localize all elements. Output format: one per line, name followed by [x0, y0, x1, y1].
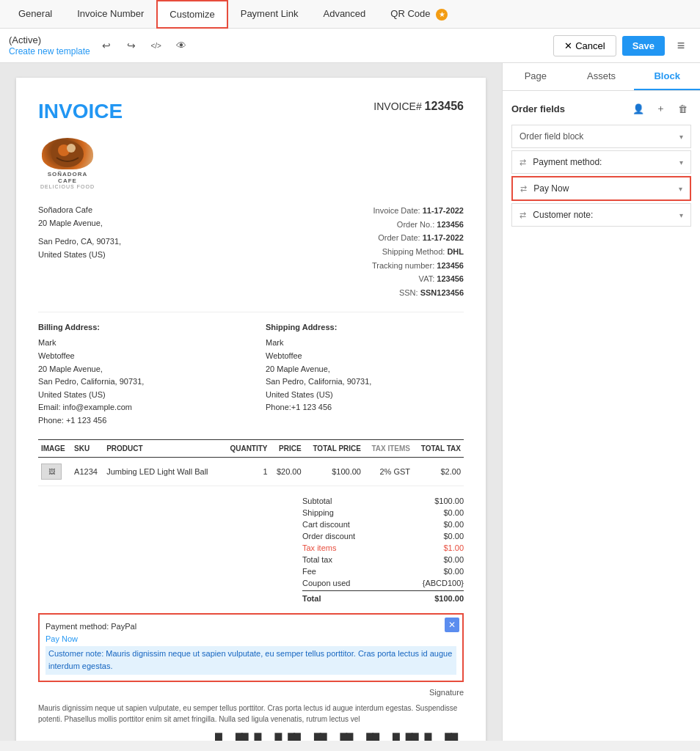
- customer-note: Customer note: Mauris dignissim neque ut…: [45, 646, 456, 675]
- col-total-price: TOTAL PRICE: [305, 439, 364, 457]
- hamburger-button[interactable]: ≡: [671, 35, 691, 56]
- logo-placeholder: SOÑADORA CAFE DELICIOUS FOOD: [38, 138, 97, 189]
- customer-note-field: ⇄ Customer note: ▾: [511, 203, 691, 227]
- info-section: Soñadora Cafe 20 Maple Avenue, San Pedro…: [38, 204, 464, 300]
- panel-action-icons: 👤 ＋ 🗑: [630, 100, 691, 117]
- preview-button[interactable]: 👁: [171, 35, 192, 56]
- tab-customize[interactable]: Customize: [156, 0, 227, 29]
- total-order-discount: Order discount $0.00: [302, 530, 464, 542]
- panel-content: Order fields 👤 ＋ 🗑 Order field block ▾ ⇄: [503, 91, 700, 238]
- barcode: ▌▐▌▌▐▐▌▐▌▐▌▐▌▐▐▌▌▐▌: [38, 733, 464, 741]
- table-row: 🖼 A1234 Jumbing LED Light Wall Ball 1 $2…: [38, 457, 464, 486]
- total-total-tax: Total tax $0.00: [302, 554, 464, 565]
- tab-payment-link[interactable]: Payment Link: [228, 0, 311, 29]
- pay-now-link[interactable]: Pay Now: [45, 634, 78, 643]
- tab-qr-code[interactable]: QR Code ★: [378, 0, 460, 29]
- totals-section: Subtotal $100.00 Shipping $0.00 Cart dis…: [38, 495, 464, 604]
- chevron-down-icon: ▾: [679, 158, 683, 166]
- active-status: (Active): [9, 34, 41, 45]
- invoice-number: INVOICE# 123456: [373, 100, 464, 113]
- field-icon: ⇄: [519, 210, 526, 219]
- invoice-area: INVOICE INVOICE# 123456: [0, 63, 502, 741]
- invoice-title: INVOICE: [38, 100, 123, 123]
- pay-now-item[interactable]: ⇄ Pay Now ▾: [511, 176, 691, 201]
- cell-total-price: $100.00: [305, 457, 364, 486]
- col-sku: SKU: [71, 439, 103, 457]
- billing-address: Billing Address: Mark Webtoffee 20 Maple…: [38, 321, 236, 428]
- undo-button[interactable]: ↩: [96, 35, 117, 56]
- panel-tabs: Page Assets Block: [503, 63, 700, 91]
- cell-tax-items: 2% GST: [364, 457, 413, 486]
- order-field-block-header[interactable]: Order field block ▾: [511, 125, 691, 148]
- col-total-tax: TOTAL TAX: [413, 439, 464, 457]
- total-fee: Fee $0.00: [302, 565, 464, 577]
- tab-invoice-number[interactable]: Invoice Number: [65, 0, 156, 29]
- col-image: IMAGE: [38, 439, 71, 457]
- toolbar-left: (Active) Create new template ↩ ↪ </> 👁: [9, 34, 547, 56]
- panel-section-header: Order fields 👤 ＋ 🗑: [511, 100, 691, 117]
- chevron-down-icon: ▾: [679, 211, 683, 219]
- right-panel: Page Assets Block Order fields 👤 ＋ 🗑 Ord…: [502, 63, 700, 741]
- address-section: Billing Address: Mark Webtoffee 20 Maple…: [38, 312, 464, 428]
- signature-line: Signature: [38, 688, 464, 697]
- totals-table: Subtotal $100.00 Shipping $0.00 Cart dis…: [302, 495, 464, 604]
- html-button[interactable]: </>: [146, 35, 167, 56]
- payment-block-close[interactable]: ✕: [445, 618, 459, 632]
- payment-method-line: Payment method: PayPal: [45, 620, 456, 634]
- barcode-image: ▌▐▌▌▐▐▌▐▌▐▌▐▌▐▐▌▌▐▌: [215, 733, 464, 741]
- add-field-button[interactable]: ＋: [652, 100, 669, 117]
- cell-total-tax: $2.00: [413, 457, 464, 486]
- qr-badge: ★: [436, 9, 448, 21]
- main-layout: INVOICE INVOICE# 123456: [0, 63, 700, 741]
- invoice-paper: INVOICE INVOICE# 123456: [16, 78, 486, 741]
- footer-text: Mauris dignissim neque ut sapien vulputa…: [38, 703, 464, 725]
- order-field-block-group: Order field block ▾: [511, 125, 691, 148]
- logo-section: SOÑADORA CAFE DELICIOUS FOOD: [38, 138, 464, 189]
- chevron-down-icon: ▾: [679, 185, 682, 193]
- create-template-link[interactable]: Create new template: [9, 46, 90, 56]
- shipping-address: Shipping Address: Mark Webtoffee 20 Mapl…: [266, 321, 464, 428]
- product-image: 🖼: [41, 464, 62, 480]
- payment-block[interactable]: Payment method: PayPal Pay Now ✕ Custome…: [38, 613, 464, 682]
- customer-note-item[interactable]: ⇄ Customer note: ▾: [511, 203, 691, 227]
- payment-method-field: ⇄ Payment method: ▾: [511, 150, 691, 174]
- panel-tab-page[interactable]: Page: [503, 63, 569, 90]
- toolbar-icons: ↩ ↪ </> 👁: [96, 35, 192, 56]
- pay-now-field: ⇄ Pay Now ▾: [511, 176, 691, 201]
- cell-price: $20.00: [271, 457, 305, 486]
- toolbar: (Active) Create new template ↩ ↪ </> 👁 ✕…: [0, 29, 700, 63]
- tab-advanced[interactable]: Advanced: [310, 0, 378, 29]
- cell-product: Jumbing LED Light Wall Ball: [103, 457, 222, 486]
- top-nav: General Invoice Number Customize Payment…: [0, 0, 700, 29]
- logo-image: [42, 138, 93, 169]
- panel-tab-assets[interactable]: Assets: [569, 63, 635, 90]
- cell-quantity: 1: [222, 457, 270, 486]
- invoice-header: INVOICE INVOICE# 123456: [38, 100, 464, 123]
- save-button[interactable]: Save: [622, 36, 665, 56]
- svg-point-2: [67, 144, 76, 153]
- payment-method-item[interactable]: ⇄ Payment method: ▾: [511, 150, 691, 174]
- col-price: PRICE: [271, 439, 305, 457]
- invoice-details: Invoice Date: 11-17-2022 Order No.: 1234…: [372, 204, 464, 300]
- col-product: PRODUCT: [103, 439, 222, 457]
- cell-image: 🖼: [38, 457, 71, 486]
- redo-button[interactable]: ↪: [121, 35, 142, 56]
- cell-sku: A1234: [71, 457, 103, 486]
- field-icon: ⇄: [519, 158, 526, 166]
- total-coupon: Coupon used {ABCD100}: [302, 577, 464, 589]
- cancel-button[interactable]: ✕ Cancel: [553, 35, 616, 56]
- order-fields-title: Order fields: [511, 103, 565, 114]
- total-cart-discount: Cart discount $0.00: [302, 519, 464, 530]
- delete-field-button[interactable]: 🗑: [674, 100, 691, 117]
- total-subtotal: Subtotal $100.00: [302, 495, 464, 507]
- invoice-table: IMAGE SKU PRODUCT QUANTITY PRICE TOTAL P…: [38, 439, 464, 486]
- add-person-button[interactable]: 👤: [630, 100, 647, 117]
- company-info: Soñadora Cafe 20 Maple Avenue, San Pedro…: [38, 204, 121, 300]
- col-tax-items: TAX ITEMS: [364, 439, 413, 457]
- field-icon: ⇄: [520, 184, 527, 193]
- toolbar-status: (Active) Create new template: [9, 34, 90, 56]
- toolbar-right: ✕ Cancel Save ≡: [553, 35, 691, 56]
- tab-general[interactable]: General: [6, 0, 65, 29]
- panel-tab-block[interactable]: Block: [634, 63, 700, 90]
- col-quantity: QUANTITY: [222, 439, 270, 457]
